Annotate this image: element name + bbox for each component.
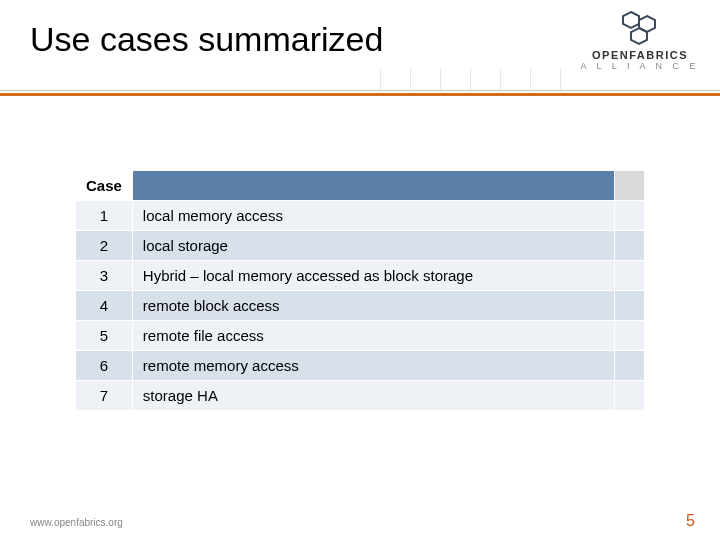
table-row: 7 storage HA [76, 381, 645, 411]
slide: Use cases summarized OPENFABRICS A L L I… [0, 0, 720, 540]
cell-case: 7 [76, 381, 133, 411]
cell-case: 6 [76, 351, 133, 381]
cell-case: 1 [76, 201, 133, 231]
col-filler [615, 171, 645, 201]
cell-filler [615, 291, 645, 321]
divider [0, 90, 720, 96]
slide-title: Use cases summarized [30, 20, 383, 59]
logo: OPENFABRICS A L L I A N C E [580, 10, 700, 72]
cell-filler [615, 381, 645, 411]
cell-case: 3 [76, 261, 133, 291]
cell-filler [615, 231, 645, 261]
cell-filler [615, 351, 645, 381]
table-header-row: Case [76, 171, 645, 201]
use-cases-table: Case 1 local memory access 2 local stora… [75, 170, 645, 411]
decorative-ticks [0, 68, 720, 90]
cell-desc: remote file access [132, 321, 614, 351]
cell-desc: local memory access [132, 201, 614, 231]
col-desc [132, 171, 614, 201]
cell-desc: local storage [132, 231, 614, 261]
svg-marker-0 [623, 12, 639, 28]
cell-filler [615, 201, 645, 231]
cell-desc: storage HA [132, 381, 614, 411]
col-case: Case [76, 171, 133, 201]
table-row: 2 local storage [76, 231, 645, 261]
footer-url: www.openfabrics.org [30, 517, 123, 528]
cell-case: 5 [76, 321, 133, 351]
cell-case: 4 [76, 291, 133, 321]
cell-desc: Hybrid – local memory accessed as block … [132, 261, 614, 291]
table-row: 5 remote file access [76, 321, 645, 351]
logo-icon [580, 10, 700, 48]
svg-marker-2 [631, 28, 647, 44]
cell-filler [615, 321, 645, 351]
cell-case: 2 [76, 231, 133, 261]
cell-filler [615, 261, 645, 291]
cell-desc: remote block access [132, 291, 614, 321]
cell-desc: remote memory access [132, 351, 614, 381]
table-row: 4 remote block access [76, 291, 645, 321]
table-row: 3 Hybrid – local memory accessed as bloc… [76, 261, 645, 291]
table-row: 6 remote memory access [76, 351, 645, 381]
page-number: 5 [686, 512, 695, 530]
table-row: 1 local memory access [76, 201, 645, 231]
logo-text-primary: OPENFABRICS [580, 50, 700, 61]
